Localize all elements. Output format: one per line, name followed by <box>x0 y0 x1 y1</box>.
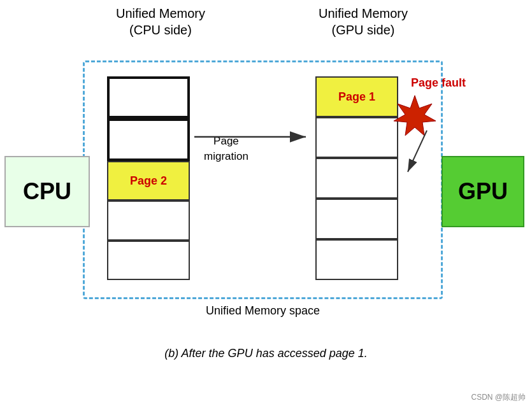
gpu-mem-cell-3 <box>315 158 398 199</box>
gpu-mem-cell-2 <box>315 117 398 158</box>
page-fault-arrow <box>392 124 456 188</box>
cpu-mem-cell-1 <box>107 76 190 118</box>
gpu-mem-cell-4 <box>315 199 398 239</box>
watermark: CSDN @陈超帅 <box>471 392 526 403</box>
svg-line-4 <box>408 130 427 172</box>
cpu-side-label: Unified Memory (CPU side) <box>83 5 238 38</box>
cpu-label: CPU <box>23 178 71 205</box>
cpu-mem-cell-5 <box>107 241 190 280</box>
gpu-side-label: Unified Memory (GPU side) <box>286 5 440 38</box>
diagram: Unified Memory (CPU side) Unified Memory… <box>0 0 532 408</box>
caption: (b) After the GPU has accessed page 1. <box>0 347 532 360</box>
gpu-memory-column: Page 1 <box>315 76 398 280</box>
page1-label: Page 1 <box>338 90 375 104</box>
cpu-mem-cell-2 <box>107 118 190 160</box>
cpu-memory-column: Page 2 <box>107 76 190 280</box>
cpu-box: CPU <box>4 156 90 227</box>
page-fault-label: Page fault <box>411 76 466 90</box>
gpu-label: GPU <box>458 178 508 205</box>
gpu-mem-cell-5 <box>315 239 398 280</box>
gpu-mem-cell-page1: Page 1 <box>315 76 398 117</box>
unified-memory-space-label: Unified Memory space <box>83 304 443 318</box>
page2-label: Page 2 <box>130 174 167 188</box>
cpu-mem-cell-4 <box>107 200 190 240</box>
cpu-mem-cell-page2: Page 2 <box>107 161 190 200</box>
migration-arrow <box>188 118 315 156</box>
